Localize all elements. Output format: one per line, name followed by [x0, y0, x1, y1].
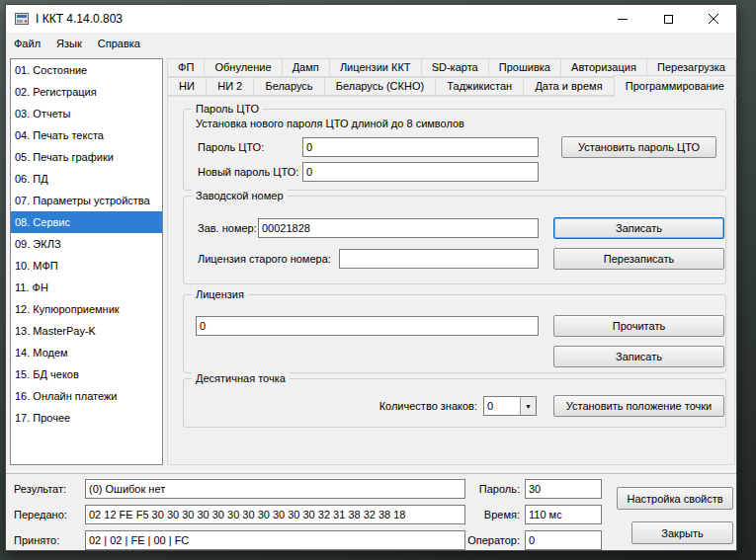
license-group: Лицензия Прочитать Записать	[183, 294, 726, 373]
close-app-button[interactable]: Закрыть	[631, 521, 733, 544]
operator-label: Оператор:	[456, 530, 520, 550]
digits-combobox[interactable]: 0 ▾	[483, 396, 537, 416]
license-group-title: Лицензия	[192, 288, 248, 301]
sidebar-item[interactable]: 05. Печать графики	[11, 146, 162, 168]
window-controls	[600, 5, 736, 33]
menu-item[interactable]: Язык	[48, 33, 90, 54]
tab[interactable]: Дата и время	[523, 77, 614, 96]
maximize-button[interactable]	[645, 5, 691, 33]
tab[interactable]: Обнуление	[204, 58, 282, 77]
tab[interactable]: Беларусь (СКНО)	[324, 77, 437, 96]
serial-number-label: Зав. номер:	[198, 218, 257, 238]
old-license-label: Лицензия старого номера:	[198, 249, 331, 269]
time-input[interactable]	[525, 505, 602, 524]
sidebar-item[interactable]: 06. ПД	[11, 168, 162, 190]
received-input[interactable]	[85, 530, 465, 550]
app-icon	[14, 11, 30, 27]
password-input[interactable]	[525, 479, 602, 499]
sidebar-item[interactable]: 14. Модем	[11, 342, 162, 363]
maximize-icon	[664, 15, 673, 24]
cto-password-input[interactable]	[302, 137, 539, 157]
tab[interactable]: Программирование	[614, 75, 736, 97]
menu-item[interactable]: Файл	[6, 33, 48, 54]
received-label: Принято:	[14, 530, 59, 550]
programming-tab-panel: Пароль ЦТО Установка нового пароля ЦТО д…	[167, 96, 735, 465]
cto-password-group: Пароль ЦТО Установка нового пароля ЦТО д…	[183, 109, 726, 191]
serial-write-button[interactable]: Записать	[553, 217, 724, 239]
decimal-group-title: Десятичная точка	[192, 372, 290, 385]
serial-number-input[interactable]	[258, 218, 539, 238]
tab-row-2: НИНИ 2БеларусьБеларусь (СКНО)Таджикистан…	[167, 77, 735, 96]
cto-new-password-input[interactable]	[302, 162, 539, 182]
result-input[interactable]	[85, 479, 465, 499]
serial-group-title: Заводской номер	[192, 190, 288, 202]
digits-value: 0	[484, 397, 520, 415]
password-label: Пароль:	[456, 479, 520, 499]
tab[interactable]: НИ 2	[206, 77, 254, 96]
operator-input[interactable]	[525, 530, 602, 550]
serial-number-group: Заводской номер Зав. номер: Записать Лиц…	[183, 196, 726, 284]
close-icon	[709, 14, 718, 24]
cto-password-label: Пароль ЦТО:	[198, 137, 264, 157]
sidebar-item[interactable]: 01. Состояние	[11, 59, 162, 81]
sidebar-list: 01. Состояние02. Регистрация03. Отчеты04…	[10, 58, 163, 465]
minimize-button[interactable]	[600, 5, 645, 33]
tab[interactable]: Прошивка	[488, 58, 561, 77]
digits-count-label: Количество знаков:	[332, 396, 477, 416]
tab[interactable]: Дамп	[282, 58, 330, 77]
cto-group-title: Пароль ЦТО	[192, 103, 263, 116]
license-input[interactable]	[196, 316, 539, 336]
tab[interactable]: Таджикистан	[435, 77, 524, 96]
sidebar-item[interactable]: 08. Сервис	[11, 211, 162, 233]
sidebar-item[interactable]: 12. Купюроприемник	[11, 298, 162, 320]
sidebar-item[interactable]: 07. Параметры устройства	[11, 190, 162, 211]
result-label: Результат:	[14, 479, 66, 499]
sidebar-item[interactable]: 03. Отчеты	[11, 103, 162, 124]
minimize-icon	[618, 19, 628, 20]
old-license-input[interactable]	[339, 249, 539, 269]
sidebar-item[interactable]: 15. БД чеков	[11, 363, 162, 385]
sidebar-item[interactable]: 09. ЭКЛЗ	[11, 233, 162, 255]
serial-rewrite-button[interactable]: Перезаписать	[553, 248, 724, 270]
cto-new-password-label: Новый пароль ЦТО:	[198, 162, 298, 182]
cto-note: Установка нового пароля ЦТО длиной до 8 …	[196, 118, 464, 129]
window-title: I ККТ 4.14.0.803	[36, 5, 123, 33]
sent-label: Передано:	[14, 505, 67, 524]
sidebar-item[interactable]: 02. Регистрация	[11, 81, 162, 103]
tab[interactable]: Лицензии ККТ	[329, 58, 422, 77]
license-write-button[interactable]: Записать	[553, 346, 724, 367]
dropdown-arrow-icon: ▾	[520, 397, 536, 415]
close-button[interactable]	[691, 5, 736, 33]
properties-button[interactable]: Настройка свойств	[617, 487, 733, 510]
set-decimal-point-button[interactable]: Установить положение точки	[553, 395, 724, 417]
set-cto-password-button[interactable]: Установить пароль ЦТО	[561, 136, 716, 158]
tab[interactable]: SD-карта	[421, 58, 489, 77]
sidebar-item[interactable]: 10. МФП	[11, 255, 162, 277]
sidebar-item[interactable]: 17. Прочее	[11, 407, 162, 429]
sidebar-item[interactable]: 16. Онлайн платежи	[11, 385, 162, 407]
sent-input[interactable]	[85, 505, 465, 524]
status-panel: Результат: Пароль: Настройка свойств Пер…	[6, 473, 736, 552]
tab[interactable]: ФП	[167, 58, 205, 77]
license-read-button[interactable]: Прочитать	[553, 315, 724, 337]
menubar: ФайлЯзыкСправка	[6, 33, 736, 54]
sidebar-item[interactable]: 13. MasterPay-K	[11, 320, 162, 342]
menu-item[interactable]: Справка	[90, 33, 148, 54]
app-window: I ККТ 4.14.0.803 ФайлЯзыкСправка 01. Сос…	[5, 4, 737, 551]
titlebar[interactable]: I ККТ 4.14.0.803	[6, 5, 736, 33]
decimal-point-group: Десятичная точка Количество знаков: 0 ▾ …	[183, 378, 726, 428]
sidebar-item[interactable]: 04. Печать текста	[11, 124, 162, 146]
time-label: Время:	[456, 505, 520, 524]
tab[interactable]: Беларусь	[253, 77, 324, 96]
tab[interactable]: НИ	[167, 77, 207, 96]
sidebar-item[interactable]: 11. ФН	[11, 277, 162, 298]
